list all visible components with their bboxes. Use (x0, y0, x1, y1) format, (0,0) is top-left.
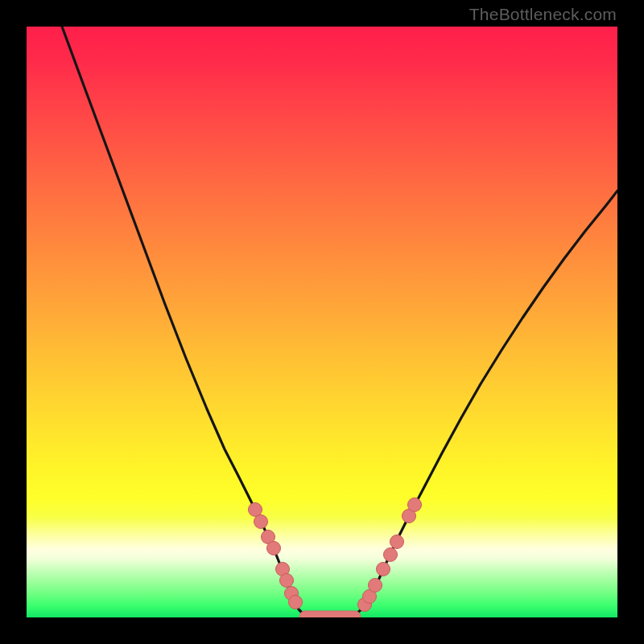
curve-marker (377, 563, 390, 576)
curve-marker (280, 574, 294, 588)
curve-layer (27, 27, 617, 617)
curve-marker (369, 579, 382, 592)
watermark-text: TheBottleneck.com (469, 5, 617, 24)
markers-right-group (358, 498, 422, 612)
curve-marker (289, 596, 303, 609)
curve-marker (384, 548, 398, 562)
curve-marker (249, 503, 262, 517)
flat-highlight (299, 611, 361, 617)
chart-frame: TheBottleneck.com (0, 0, 644, 644)
plot-area (27, 27, 617, 617)
curve-marker (267, 542, 281, 555)
curve-marker (390, 535, 404, 549)
bottleneck-curve (62, 27, 617, 617)
curve-marker (408, 498, 422, 512)
curve-marker (254, 515, 268, 529)
